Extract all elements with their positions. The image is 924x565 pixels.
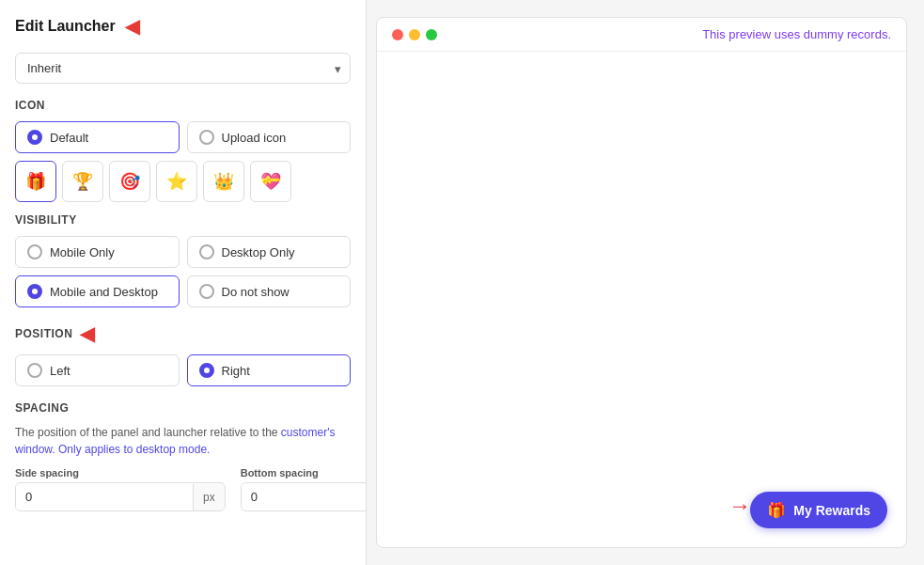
spacing-description: The position of the panel and launcher r… xyxy=(15,424,351,458)
icon-option-upload[interactable]: Upload icon xyxy=(187,121,352,153)
icon-btn-star[interactable]: ⭐ xyxy=(156,161,197,202)
visibility-option-mobile-desktop[interactable]: Mobile and Desktop xyxy=(15,275,180,307)
preview-notice: This preview uses dummy records. xyxy=(702,27,891,41)
icon-grid: 🎁 🏆 🎯 ⭐ 👑 💝 xyxy=(15,161,351,202)
icon-btn-gift[interactable]: 🎁 xyxy=(15,161,56,202)
side-spacing-unit: px xyxy=(193,484,225,510)
radio-dot-mobile-desktop xyxy=(27,284,42,299)
visibility-section: Visibility Mobile Only Desktop Only Mobi… xyxy=(15,213,351,307)
my-rewards-arrow-icon: → xyxy=(728,493,751,519)
radio-dot-mobile-only xyxy=(27,244,42,259)
inherit-dropdown-container: Inherit Default Custom ▾ xyxy=(15,53,351,84)
radio-dot-do-not-show xyxy=(199,284,214,299)
position-option-right[interactable]: Right xyxy=(187,354,352,386)
my-rewards-label: My Rewards xyxy=(793,503,870,518)
radio-dot-default xyxy=(27,130,42,145)
visibility-do-not-show-label: Do not show xyxy=(222,285,290,299)
inherit-dropdown[interactable]: Inherit Default Custom xyxy=(15,53,351,84)
side-spacing-field: Side spacing px xyxy=(15,467,226,511)
position-right-label: Right xyxy=(222,364,250,378)
radio-dot-left xyxy=(27,363,42,378)
visibility-option-do-not-show[interactable]: Do not show xyxy=(187,275,352,307)
icon-btn-heart[interactable]: 💝 xyxy=(250,161,291,202)
icon-section-label: Icon xyxy=(15,99,351,112)
visibility-desktop-only-label: Desktop Only xyxy=(222,245,295,259)
bottom-spacing-input-wrap: px xyxy=(241,482,366,511)
visibility-mobile-desktop-label: Mobile and Desktop xyxy=(50,285,158,299)
icon-btn-crown[interactable]: 👑 xyxy=(203,161,244,202)
right-panel-wrapper: This preview uses dummy records. → 🎁 My … xyxy=(367,0,924,565)
visibility-mobile-only-label: Mobile Only xyxy=(50,245,115,259)
icon-btn-trophy[interactable]: 🏆 xyxy=(62,161,103,202)
side-spacing-input-wrap: px xyxy=(15,482,226,511)
icon-option-default[interactable]: Default xyxy=(15,121,180,153)
position-option-left[interactable]: Left xyxy=(15,354,180,386)
side-spacing-label: Side spacing xyxy=(15,467,226,479)
bottom-spacing-input[interactable] xyxy=(242,483,366,510)
spacing-fields: Side spacing px Bottom spacing px xyxy=(15,467,351,511)
radio-dot-right xyxy=(199,363,214,378)
position-header: POSITION ◀ xyxy=(15,322,351,345)
bottom-spacing-label: Bottom spacing xyxy=(241,467,366,479)
preview-panel: This preview uses dummy records. → 🎁 My … xyxy=(376,17,907,548)
icon-options-row: Default Upload icon xyxy=(15,121,351,153)
panel-title: Edit Launcher xyxy=(15,18,116,35)
title-arrow-icon: ◀ xyxy=(125,15,139,38)
position-section: POSITION ◀ Left Right xyxy=(15,322,351,386)
dot-yellow xyxy=(409,29,420,40)
position-section-label: POSITION xyxy=(15,327,72,340)
icon-option-default-label: Default xyxy=(50,131,88,145)
icon-option-upload-label: Upload icon xyxy=(222,131,287,145)
left-panel: Edit Launcher ◀ Inherit Default Custom ▾… xyxy=(0,0,367,565)
visibility-section-label: Visibility xyxy=(15,213,351,227)
preview-body: → 🎁 My Rewards xyxy=(377,52,906,547)
panel-content: Edit Launcher ◀ Inherit Default Custom ▾… xyxy=(0,0,366,565)
panel-header: Edit Launcher ◀ xyxy=(15,15,351,38)
preview-header: This preview uses dummy records. xyxy=(377,18,906,52)
visibility-options-grid: Mobile Only Desktop Only Mobile and Desk… xyxy=(15,236,351,307)
spacing-section: SPACING The position of the panel and la… xyxy=(15,401,351,511)
icon-section: Icon Default Upload icon 🎁 🏆 🎯 ⭐ xyxy=(15,99,351,202)
radio-dot-desktop-only xyxy=(199,244,214,259)
visibility-option-mobile-only[interactable]: Mobile Only xyxy=(15,236,180,268)
visibility-option-desktop-only[interactable]: Desktop Only xyxy=(187,236,352,268)
radio-dot-upload xyxy=(199,130,214,145)
my-rewards-arrow-annotation: → xyxy=(728,493,751,519)
position-left-label: Left xyxy=(50,364,70,378)
window-dots xyxy=(392,29,437,40)
position-options-grid: Left Right xyxy=(15,354,351,386)
bottom-spacing-field: Bottom spacing px xyxy=(241,467,366,511)
dot-green xyxy=(426,29,437,40)
position-arrow-icon: ◀ xyxy=(80,322,94,345)
side-spacing-input[interactable] xyxy=(16,483,193,510)
icon-btn-target[interactable]: 🎯 xyxy=(109,161,150,202)
dot-red xyxy=(392,29,403,40)
my-rewards-gift-icon: 🎁 xyxy=(767,501,786,519)
my-rewards-button[interactable]: 🎁 My Rewards xyxy=(750,492,887,528)
spacing-section-label: SPACING xyxy=(15,401,351,415)
